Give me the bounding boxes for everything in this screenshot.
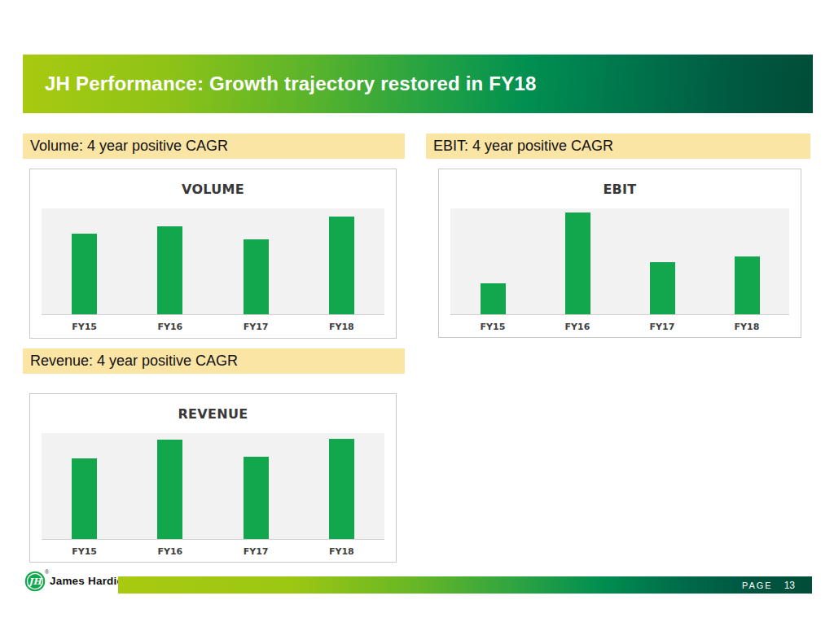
ebit-bar-col-fy16 — [535, 208, 620, 314]
ebit-x-axis-labels: FY15FY16FY17FY18 — [450, 322, 789, 332]
revenue-x-axis-labels: FY15FY16FY17FY18 — [42, 546, 384, 557]
ebit-bar-col-fy18 — [705, 208, 789, 314]
ebit-x-label-fy16: FY16 — [535, 322, 620, 332]
section-label-ebit: EBIT: 4 year positive CAGR — [426, 134, 810, 159]
page-title: JH Performance: Growth trajectory restor… — [23, 72, 537, 95]
ebit-x-label-fy15: FY15 — [450, 322, 535, 332]
revenue-chart-title: REVENUE — [30, 394, 396, 433]
ebit-bar-fy18 — [735, 256, 760, 315]
revenue-bar-col-fy15 — [42, 433, 127, 539]
header-banner: JH Performance: Growth trajectory restor… — [23, 55, 813, 113]
footer-gradient-bar: PAGE 13 — [118, 576, 812, 594]
ebit-bar-fy17 — [650, 262, 675, 314]
volume-bar-col-fy15 — [42, 208, 127, 314]
volume-chart: VOLUME FY15FY16FY17FY18 — [29, 169, 397, 339]
registered-trademark-symbol: ® — [45, 569, 49, 575]
volume-bar-fy18 — [329, 217, 354, 314]
revenue-bar-col-fy18 — [299, 433, 384, 539]
volume-bar-fy17 — [244, 239, 269, 314]
slide: JH Performance: Growth trajectory restor… — [0, 0, 834, 644]
ebit-bar-col-fy17 — [620, 208, 705, 314]
ebit-x-label-fy18: FY18 — [705, 322, 789, 332]
revenue-bar-fy17 — [244, 457, 269, 539]
ebit-chart-title: EBIT — [439, 169, 801, 208]
volume-plot-area — [42, 208, 384, 315]
volume-x-label-fy17: FY17 — [213, 322, 299, 332]
revenue-bar-col-fy16 — [127, 433, 213, 539]
volume-bar-fy15 — [72, 234, 97, 314]
james-hardie-logo-icon: JH — [24, 571, 46, 592]
volume-chart-title: VOLUME — [30, 169, 396, 208]
volume-bar-col-fy18 — [299, 208, 384, 314]
ebit-bar-fy15 — [481, 283, 506, 314]
revenue-x-label-fy17: FY17 — [213, 546, 299, 557]
revenue-bar-fy16 — [157, 440, 182, 539]
volume-x-label-fy18: FY18 — [299, 322, 384, 332]
volume-x-axis-labels: FY15FY16FY17FY18 — [42, 322, 384, 332]
section-label-volume: Volume: 4 year positive CAGR — [23, 134, 405, 159]
ebit-bar-fy16 — [565, 212, 590, 314]
page-number: 13 — [784, 580, 795, 591]
volume-x-label-fy16: FY16 — [127, 322, 213, 332]
volume-x-label-fy15: FY15 — [42, 322, 127, 332]
revenue-chart: REVENUE FY15FY16FY17FY18 — [29, 393, 397, 563]
revenue-bar-col-fy17 — [213, 433, 299, 539]
section-label-revenue: Revenue: 4 year positive CAGR — [23, 348, 405, 374]
revenue-bar-fy18 — [329, 439, 354, 540]
brand-name: James Hardie — [50, 575, 123, 587]
ebit-chart: EBIT FY15FY16FY17FY18 — [438, 169, 801, 338]
volume-bar-col-fy16 — [127, 208, 213, 314]
svg-text:JH: JH — [27, 576, 42, 587]
revenue-x-label-fy18: FY18 — [299, 546, 384, 557]
ebit-bar-col-fy15 — [450, 208, 535, 314]
revenue-x-label-fy15: FY15 — [42, 546, 127, 557]
volume-bar-col-fy17 — [213, 208, 299, 314]
revenue-plot-area — [42, 433, 384, 540]
revenue-x-label-fy16: FY16 — [127, 546, 213, 557]
revenue-bar-fy15 — [72, 458, 97, 539]
page-label: PAGE — [742, 580, 773, 590]
volume-bar-fy16 — [157, 226, 182, 314]
ebit-plot-area — [450, 208, 789, 315]
ebit-x-label-fy17: FY17 — [620, 322, 705, 332]
